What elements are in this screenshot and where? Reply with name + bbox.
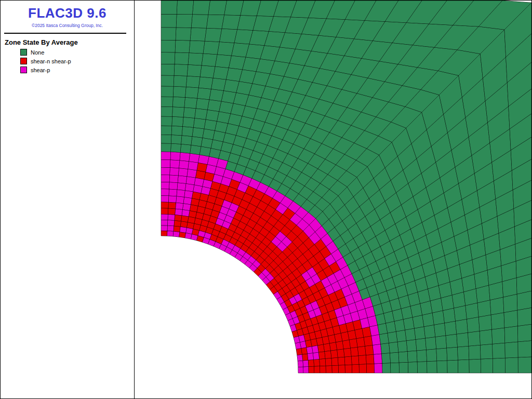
legend-label-shear-n-shear-p: shear-n shear-p xyxy=(31,58,71,64)
legend-swatch-none-icon xyxy=(20,49,27,56)
copyright: ©2025 Itasca Consulting Group, Inc. xyxy=(1,23,134,28)
sidebar: FLAC3D 9.6 ©2025 Itasca Consulting Group… xyxy=(1,1,135,398)
legend-item-shear-n-shear-p: shear-n shear-p xyxy=(20,58,134,64)
plot-area xyxy=(135,1,531,398)
app-title: FLAC3D 9.6 xyxy=(1,5,134,21)
legend-label-shear-p: shear-p xyxy=(31,67,50,73)
legend-item-shear-p: shear-p xyxy=(20,66,134,73)
app-window: FLAC3D 9.6 ©2025 Itasca Consulting Group… xyxy=(0,0,532,399)
legend-label-none: None xyxy=(31,49,44,56)
legend-rows: None shear-n shear-p shear-p xyxy=(5,49,134,73)
legend-item-none: None xyxy=(20,49,134,56)
legend-swatch-shear-n-shear-p-icon xyxy=(20,58,27,64)
legend-swatch-shear-p-icon xyxy=(20,66,27,73)
zone-state-plot[interactable] xyxy=(135,1,531,398)
legend: Zone State By Average None shear-n shear… xyxy=(1,34,134,73)
brand-block: FLAC3D 9.6 ©2025 Itasca Consulting Group… xyxy=(1,1,134,28)
legend-title: Zone State By Average xyxy=(5,38,134,46)
